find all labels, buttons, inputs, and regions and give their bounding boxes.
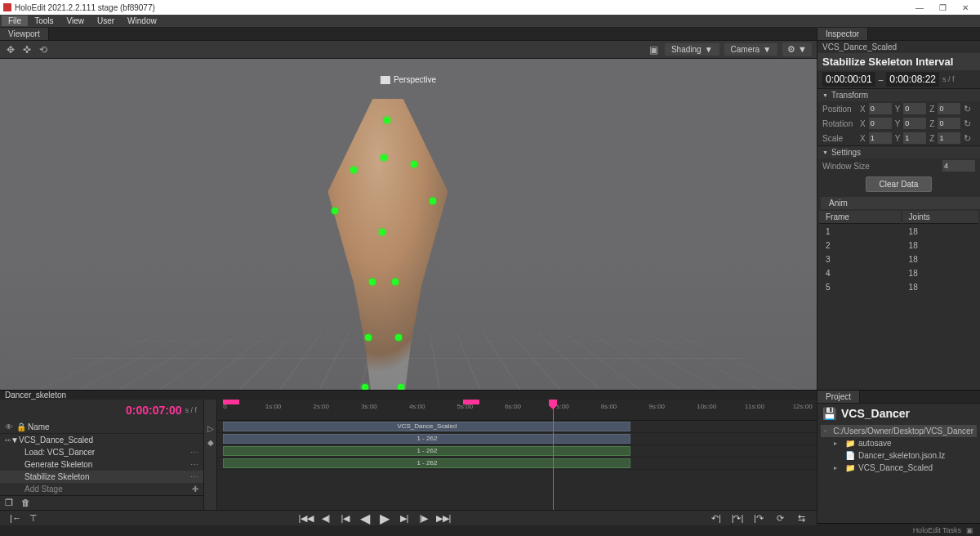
clip-stabilize[interactable]: 1 - 262 [223,458,630,468]
clip-main[interactable]: VCS_Dance_Scaled [223,422,630,431]
inspector-tab[interactable]: Inspector [817,28,868,40]
cursor-icon[interactable]: ▷ [207,424,214,433]
track-generate[interactable]: Generate Skeleton⋯ [0,458,203,471]
loop-icon[interactable]: ⟳ [771,511,789,525]
shading-dropdown[interactable]: Shading▼ [665,43,719,56]
position-reset-icon[interactable]: ↻ [964,104,971,114]
step-forward-button[interactable]: ▶| [395,511,413,525]
viewport-settings-gear-icon[interactable]: ⚙ ▼ [782,42,812,56]
visibility-icon[interactable]: 👁 [5,422,16,431]
project-name: VCS_Dancer [841,407,910,420]
anim-tab[interactable]: Anim [821,197,980,209]
menu-window[interactable]: Window [121,16,163,26]
col-joints: Joints [902,211,978,224]
inspector-object-name: VCS_Dance_Scaled [817,41,980,53]
position-y-input[interactable] [903,103,926,114]
track-list: 0:00:07:00 s / f 👁 🔒 Name ▫▫ ▼ VCS_Dance… [0,400,204,510]
prev-key-button[interactable]: ◀| [317,511,335,525]
tree-item-dance-scaled[interactable]: ▸📁VCS_Dance_Scaled [821,462,977,474]
save-icon[interactable]: 💾 [822,407,836,420]
project-path[interactable]: ▫C:/Users/Owner/Desktop/VCS_Dancer [821,425,977,437]
clear-data-button[interactable]: Clear Data [866,176,933,192]
time-start[interactable]: 0:00:00:01 [822,72,875,87]
tasks-label[interactable]: HoloEdit Tasks [913,526,961,534]
playhead[interactable] [553,400,554,510]
range-start-icon[interactable]: |← [7,511,24,525]
key-icon[interactable]: ◆ [207,438,214,447]
time-end[interactable]: 0:00:08:22 [886,72,939,87]
step-back-button[interactable]: |◀ [336,511,354,525]
window-title: HoloEdit 2021.2.2.111 stage (bf89077) [15,3,908,12]
table-row: 418 [819,267,978,279]
goto-start-button[interactable]: |◀◀ [297,511,315,525]
lock-icon[interactable]: 🔒 [16,422,28,431]
add-stage-button[interactable]: Add Stage✚ [0,483,203,495]
play-reverse-button[interactable]: ◀ [356,511,374,525]
trash-icon[interactable]: 🗑 [21,498,30,508]
track-load[interactable]: Load: VCS_Dancer⋯ [0,446,203,458]
position-z-input[interactable] [938,103,960,114]
play-button[interactable]: ▶ [376,511,394,525]
timeline-tab[interactable]: Dancer_skeleton [0,391,204,400]
tasks-expand-icon[interactable]: ▣ [966,526,973,534]
timeline-ruler[interactable]: 0 1s:00 2s:00 3s:00 4s:00 5s:00 6s:00 7s… [217,400,817,421]
menu-user[interactable]: User [91,16,121,26]
tree-item-autosave[interactable]: ▸📁autosave [821,437,977,449]
scale-y-input[interactable] [903,132,926,144]
scale-z-input[interactable] [938,132,960,144]
rotate-tool-icon[interactable]: ⟲ [38,44,49,56]
rotation-reset-icon[interactable]: ↻ [964,118,971,129]
clip-generate[interactable]: 1 - 262 [223,446,630,456]
menubar: File Tools View User Window [0,15,980,28]
window-size-input[interactable] [942,160,975,172]
track-menu-icon[interactable]: ⋯ [190,472,198,481]
track-header: 👁 🔒 Name [0,421,203,434]
pan-tool-icon[interactable]: ✥ [5,44,16,56]
project-tab[interactable]: Project [817,391,860,403]
track-menu-icon[interactable]: ⋯ [190,460,198,469]
rotation-y-input[interactable] [903,118,926,129]
inspector-tabs: Inspector [817,28,980,41]
window-close-button[interactable]: ✕ [954,3,977,12]
menu-file[interactable]: File [2,16,28,26]
scale-reset-icon[interactable]: ↻ [964,133,971,144]
transform-section-header[interactable]: Transform [817,88,980,101]
track-root[interactable]: ▫▫ ▼ VCS_Dance_Scaled [0,434,203,446]
window-maximize-button[interactable]: ❐ [931,3,954,12]
rotation-z-input[interactable] [938,118,960,129]
loop-in-icon[interactable]: ↶| [707,511,725,525]
loop-mid-icon[interactable]: |↷| [728,511,746,525]
timeline-canvas[interactable]: 0 1s:00 2s:00 3s:00 4s:00 5s:00 6s:00 7s… [217,400,817,510]
move-tool-icon[interactable]: ✜ [21,44,33,56]
track-tools-column: ▷ ◆ [204,400,217,510]
timecode-display: 0:00:07:00 [126,404,182,417]
snapshot-icon[interactable]: ▣ [648,44,660,56]
viewport-tab[interactable]: Viewport [0,28,49,40]
settings-section-header[interactable]: Settings [817,145,980,159]
scale-x-input[interactable] [869,132,892,144]
clip-load[interactable]: 1 - 262 [223,434,630,444]
camera-dropdown[interactable]: Camera▼ [724,43,777,56]
position-x-input[interactable] [869,103,892,114]
track-menu-icon[interactable]: ⋯ [190,448,198,457]
window-minimize-button[interactable]: — [908,3,931,12]
add-icon[interactable]: ✚ [192,485,198,494]
menu-tools[interactable]: Tools [28,16,60,26]
rotation-x-input[interactable] [869,118,892,129]
track-stabilize[interactable]: Stabilize Skeleton⋯ [0,471,203,483]
viewport-3d[interactable]: Perspective [0,59,817,390]
project-tabs: Project [817,391,980,404]
duplicate-icon[interactable]: ❐ [5,498,13,508]
character-figure [294,99,482,390]
sync-icon[interactable]: ⇆ [792,511,810,525]
perspective-label: Perspective [381,75,436,84]
viewport-tabs: Viewport [0,28,817,41]
menu-view[interactable]: View [60,16,91,26]
loop-out-icon[interactable]: |↷ [750,511,768,525]
tree-item-skeleton-json[interactable]: 📄Dancer_skeleton.json.lz [821,449,977,462]
project-tree: ▫C:/Users/Owner/Desktop/VCS_Dancer ▸📁aut… [817,423,980,476]
scale-row: Scale X Y Z ↻ [817,131,980,145]
goto-end-button[interactable]: ▶▶| [434,511,452,525]
next-key-button[interactable]: |▶ [415,511,433,525]
range-end-icon[interactable]: ⊤ [24,511,42,525]
